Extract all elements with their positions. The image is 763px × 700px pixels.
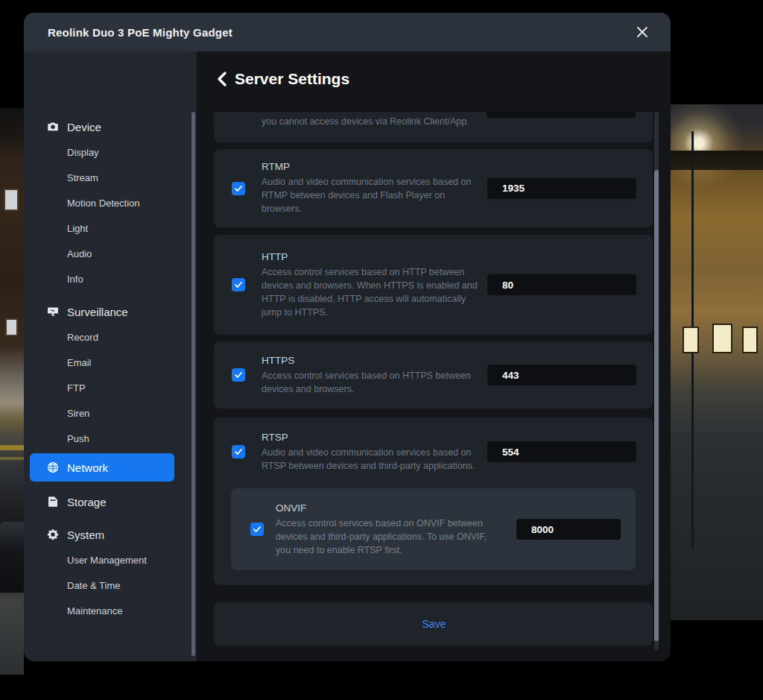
- sidebar-item-display[interactable]: Display: [46, 139, 197, 165]
- sidebar-item-record[interactable]: Record: [46, 324, 197, 350]
- http-card: HTTP Access control services based on HT…: [214, 235, 653, 335]
- https-card: HTTPS Access control services based on H…: [214, 341, 653, 409]
- setting-name: HTTP: [262, 251, 487, 262]
- http-checkbox[interactable]: [232, 278, 245, 291]
- onvif-card: ONVIF Access control services based on O…: [231, 488, 636, 570]
- dialog-title: Reolink Duo 3 PoE Mighty Gadget: [48, 26, 232, 39]
- globe-icon: [46, 461, 60, 474]
- lit-window-shape: [742, 327, 758, 353]
- https-checkbox[interactable]: [232, 368, 245, 382]
- road-marking-shape: [0, 457, 24, 460]
- rtmp-card: RTMP Audio and video communication servi…: [214, 149, 653, 227]
- sidebar-item-audio[interactable]: Audio: [46, 241, 197, 266]
- partial-note: you cannot access devices via Reolink Cl…: [262, 116, 469, 127]
- car-shape: [0, 522, 24, 593]
- dialog-titlebar: Reolink Duo 3 PoE Mighty Gadget: [24, 13, 671, 51]
- lit-window-shape: [712, 324, 732, 353]
- check-icon: [234, 371, 243, 379]
- sidebar-item-info[interactable]: Info: [46, 266, 197, 291]
- sidebar-item-device[interactable]: Device: [46, 114, 197, 139]
- check-icon: [234, 184, 243, 193]
- setting-description: Audio and video communication services b…: [262, 446, 487, 473]
- setting-description: Access control services based on ONVIF b…: [276, 517, 496, 557]
- sidebar-item-stream[interactable]: Stream: [46, 165, 197, 190]
- background-camera-left: [0, 108, 24, 675]
- setting-name: RTSP: [262, 432, 487, 443]
- onvif-checkbox[interactable]: [250, 523, 264, 536]
- setting-name: ONVIF: [276, 502, 496, 514]
- rtsp-card: RTSP Audio and video communication servi…: [214, 417, 653, 585]
- sidebar-scrollbar[interactable]: [191, 112, 195, 656]
- road-marking-shape: [0, 445, 24, 450]
- sidebar-item-motion-detection[interactable]: Motion Detection: [46, 190, 197, 215]
- sidebar-item-date-time[interactable]: Date & Time: [46, 573, 197, 598]
- setting-name: RTMP: [262, 161, 487, 172]
- monitor-icon: [46, 305, 60, 318]
- rtmp-checkbox[interactable]: [232, 182, 245, 195]
- sidebar-section-label: Device: [67, 121, 101, 133]
- check-icon: [234, 280, 243, 289]
- partial-setting-card: you cannot access devices via Reolink Cl…: [214, 112, 653, 142]
- background-camera-right: [671, 104, 763, 620]
- save-button-label: Save: [422, 618, 446, 630]
- sidebar-item-ftp[interactable]: FTP: [46, 375, 197, 400]
- rtsp-port-input[interactable]: [487, 441, 636, 462]
- back-icon[interactable]: [216, 72, 227, 86]
- https-port-input[interactable]: [487, 365, 636, 385]
- rtsp-checkbox[interactable]: [232, 445, 245, 458]
- save-button[interactable]: Save: [214, 602, 653, 646]
- sidebar-item-email[interactable]: Email: [46, 350, 197, 375]
- lit-window-shape: [683, 327, 699, 353]
- close-icon[interactable]: [633, 23, 651, 41]
- setting-description: Access control services based on HTTPS b…: [262, 369, 487, 396]
- http-port-input[interactable]: [487, 274, 636, 295]
- content-scrollbar-thumb[interactable]: [654, 170, 659, 641]
- server-settings-panel: Server Settings you cannot access device…: [197, 51, 671, 661]
- check-icon: [234, 447, 243, 456]
- sidebar-item-push[interactable]: Push: [46, 426, 197, 451]
- camera-icon: [46, 120, 60, 133]
- rtmp-port-input[interactable]: [487, 178, 636, 199]
- onvif-port-input[interactable]: [516, 519, 621, 540]
- window-shape: [4, 189, 19, 211]
- sidebar-item-maintenance[interactable]: Maintenance: [46, 598, 197, 623]
- check-icon: [253, 525, 262, 534]
- setting-name: HTTPS: [262, 355, 487, 366]
- window-shape: [5, 318, 18, 336]
- roof-shape: [671, 151, 763, 170]
- sidebar-item-user-management[interactable]: User Management: [46, 547, 197, 573]
- sidebar-section-label: Storage: [67, 496, 107, 508]
- sidebar-item-storage[interactable]: Storage: [46, 489, 197, 514]
- page-title: Server Settings: [235, 70, 349, 88]
- sidebar: Device Display Stream Motion Detection L…: [24, 51, 197, 661]
- setting-description: Audio and video communication services b…: [262, 175, 487, 215]
- sidebar-item-network[interactable]: Network: [30, 453, 174, 482]
- sidebar-item-siren[interactable]: Siren: [46, 400, 197, 426]
- gear-icon: [46, 528, 60, 541]
- sidebar-item-light[interactable]: Light: [46, 215, 197, 241]
- sidebar-item-system[interactable]: System: [46, 522, 197, 547]
- sidebar-item-surveillance[interactable]: Surveillance: [46, 299, 197, 324]
- sidebar-section-label: Network: [67, 461, 108, 474]
- sidebar-section-label: Surveillance: [67, 306, 128, 318]
- sd-card-icon: [46, 495, 60, 508]
- setting-description: Access control services based on HTTP be…: [262, 265, 487, 319]
- sidebar-section-label: System: [67, 529, 104, 541]
- port-input-partial[interactable]: [487, 112, 636, 118]
- settings-dialog: Reolink Duo 3 PoE Mighty Gadget Device D…: [24, 13, 671, 661]
